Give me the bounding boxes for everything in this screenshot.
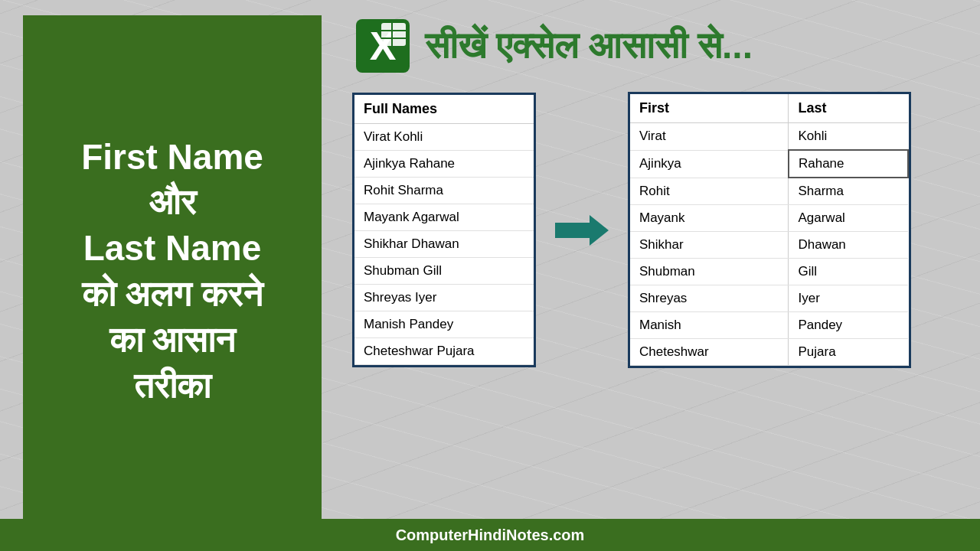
left-panel-text: First Name और Last Name को अलग करने का आ… xyxy=(81,135,263,409)
table-row: ShubmanGill xyxy=(630,259,908,285)
line5: का आसान xyxy=(109,320,236,360)
table-row: Shikhar Dhawan xyxy=(354,231,534,258)
table-row: MayankAgarwal xyxy=(630,205,908,232)
right-area: X सीखें एक्सेल आसासी से... Full Names Vi… xyxy=(337,0,980,551)
table-row: Shreyas Iyer xyxy=(354,285,534,311)
table-row: Manish Pandey xyxy=(354,311,534,338)
table-row: Shubman Gill xyxy=(354,258,534,285)
tables-area: Full Names Virat KohliAjinkya RahaneRohi… xyxy=(337,84,980,376)
table-row: ViratKohli xyxy=(630,123,908,151)
arrow-container xyxy=(551,211,612,249)
svg-marker-6 xyxy=(555,215,609,246)
table-row: RohitSharma xyxy=(630,178,908,205)
footer-text: ComputerHindiNotes.com xyxy=(396,527,585,544)
full-names-header: Full Names xyxy=(354,95,534,124)
table-row: Cheteshwar Pujara xyxy=(354,338,534,365)
header: X सीखें एक्सेल आसासी से... xyxy=(337,0,980,84)
table-row: ShikharDhawan xyxy=(630,232,908,259)
last-header: Last xyxy=(789,94,908,123)
line4: को अलग करने xyxy=(82,274,263,314)
excel-icon: X xyxy=(352,15,413,77)
table-row: Ajinkya Rahane xyxy=(354,151,534,178)
footer: ComputerHindiNotes.com xyxy=(0,519,980,551)
svg-rect-2 xyxy=(381,23,406,46)
line3: Last Name xyxy=(83,228,262,268)
line2: और xyxy=(149,182,196,222)
right-arrow-icon xyxy=(555,211,609,249)
table-row: Rohit Sharma xyxy=(354,178,534,204)
table-row: ManishPandey xyxy=(630,312,908,339)
table-row: AjinkyaRahane xyxy=(630,150,908,178)
line1: First Name xyxy=(81,137,263,177)
table-row: Virat Kohli xyxy=(354,124,534,151)
header-hindi-text: सीखें एक्सेल आसासी से... xyxy=(425,24,753,68)
table-row: ShreyasIyer xyxy=(630,285,908,312)
left-panel: First Name और Last Name को अलग करने का आ… xyxy=(23,15,322,528)
line6: तरीका xyxy=(134,366,211,406)
full-names-table: Full Names Virat KohliAjinkya RahaneRohi… xyxy=(352,93,536,367)
first-header: First xyxy=(630,94,789,123)
table-row: CheteshwarPujara xyxy=(630,339,908,366)
split-names-table: First Last ViratKohliAjinkyaRahaneRohitS… xyxy=(628,92,911,368)
table-row: Mayank Agarwal xyxy=(354,204,534,231)
